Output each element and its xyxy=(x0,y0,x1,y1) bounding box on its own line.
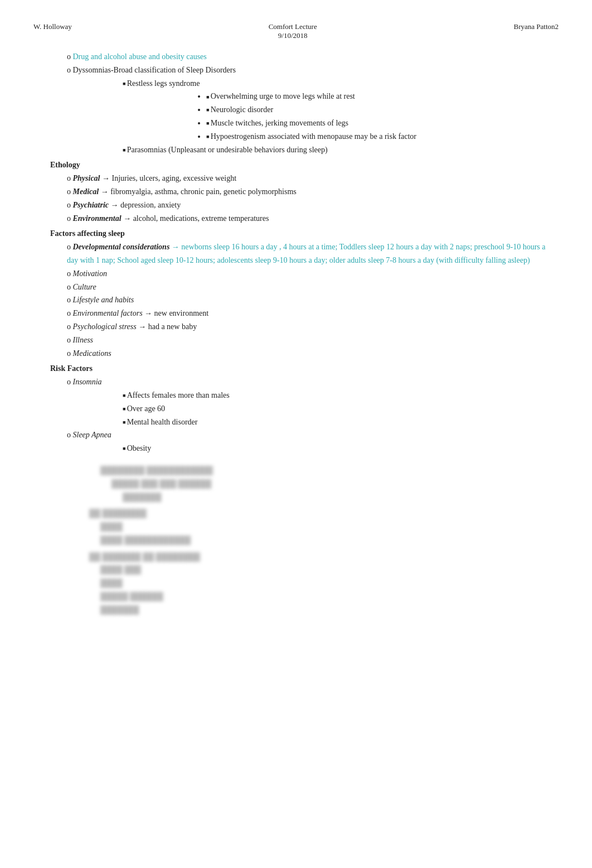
eth-arrow4-icon: → xyxy=(123,214,131,223)
inner-square-list: Restless legs syndrome Overwhelming urge… xyxy=(123,77,559,157)
apnea-bullets: Obesity xyxy=(123,442,559,455)
insomnia-mental: Mental health disorder xyxy=(123,416,559,429)
ethology-physical: Physical → Injuries, ulcers, aging, exce… xyxy=(67,172,559,185)
apnea-obesity: Obesity xyxy=(123,442,559,455)
eth-arrow-icon: → xyxy=(102,174,110,182)
factors-culture: Culture xyxy=(67,281,559,294)
main-content: Drug and alcohol abuse and obesity cause… xyxy=(33,50,559,617)
rl-bullets: Overwhelming urge to move legs while at … xyxy=(206,90,559,143)
dyssomnias-list: Dyssomnias-Broad classification of Sleep… xyxy=(67,64,559,157)
eth-arrow3-icon: → xyxy=(111,201,119,209)
ethology-medical: Medical → fibromyalgia, asthma, chronic … xyxy=(67,185,559,199)
risk-header: Risk Factors xyxy=(50,362,559,375)
risk-insomnia: Insomnia Affects females more than males… xyxy=(67,375,559,428)
dyssomnias-label: Dyssomnias-Broad classification of Sleep… xyxy=(73,66,236,74)
header-left: W. Holloway xyxy=(33,22,72,40)
factors-psych: Psychological stress → had a new baby xyxy=(67,320,559,334)
blurred-group-3: ██ ███████ ██ ████████ ████ ███ ████ ███… xyxy=(78,551,559,617)
rl-bullet-4: Hypoestrogenism associated with menopaus… xyxy=(206,130,559,143)
header-right: Bryana Patton2 xyxy=(513,22,559,40)
ethology-environmental: Environmental → alcohol, medications, ex… xyxy=(67,212,559,225)
factors-meds: Medications xyxy=(67,347,559,360)
ethology-list: Physical → Injuries, ulcers, aging, exce… xyxy=(67,172,559,225)
blurred-line-8: ████ ███ xyxy=(100,563,559,577)
top-list: Drug and alcohol abuse and obesity cause… xyxy=(67,50,559,64)
blurred-line-3: ███████ xyxy=(123,491,559,504)
blurred-group-2: ██ ████████ ████ ████ ████████████ xyxy=(78,507,559,547)
rl-bullet-3: Muscle twitches, jerking movements of le… xyxy=(206,117,559,130)
factors-illness: Illness xyxy=(67,334,559,347)
blurred-line-6: ████ ████████████ xyxy=(100,534,559,547)
header-center: Comfort Lecture 9/10/2018 xyxy=(269,22,317,40)
factors-lifestyle: Lifestyle and habits xyxy=(67,293,559,307)
restless-legs-item: Restless legs syndrome Overwhelming urge… xyxy=(123,77,559,143)
factors-header: Factors affecting sleep xyxy=(50,227,559,240)
blurred-section: ████████ ████████████ █████ ███ ███ ████… xyxy=(78,464,559,617)
page-header: W. Holloway Comfort Lecture 9/10/2018 Br… xyxy=(33,22,559,40)
ethology-header: Ethology xyxy=(50,158,559,172)
dyssomnias-item: Dyssomnias-Broad classification of Sleep… xyxy=(67,64,559,157)
insomnia-age: Over age 60 xyxy=(123,402,559,416)
header-date: 9/10/2018 xyxy=(269,31,317,40)
insomnia-females: Affects females more than males xyxy=(123,389,559,402)
rl-bullet-1: Overwhelming urge to move legs while at … xyxy=(206,90,559,103)
rl-bullet-2: Neurologic disorder xyxy=(206,103,559,117)
blurred-line-7: ██ ███████ ██ ████████ xyxy=(89,551,559,564)
eth-arrow2-icon: → xyxy=(101,187,109,196)
blurred-line-5: ████ xyxy=(100,520,559,534)
header-title: Comfort Lecture xyxy=(269,22,317,31)
risk-sleep-apnea: Sleep Apnea Obesity xyxy=(67,428,559,455)
drug-alcohol-text: Drug and alcohol abuse and obesity cause… xyxy=(73,52,207,61)
blurred-line-1: ████████ ████████████ xyxy=(100,464,559,478)
factors-motivation: Motivation xyxy=(67,267,559,281)
ethology-psychiatric: Psychiatric → depression, anxiety xyxy=(67,199,559,212)
risk-list: Insomnia Affects females more than males… xyxy=(67,375,559,455)
factors-developmental: Developmental considerations → newborns … xyxy=(67,240,559,267)
insomnia-bullets: Affects females more than males Over age… xyxy=(123,389,559,428)
factors-env: Environmental factors → new environment xyxy=(67,307,559,320)
blurred-line-4: ██ ████████ xyxy=(89,507,559,520)
factors-list: Developmental considerations → newborns … xyxy=(67,240,559,360)
parasomnias-item: Parasomnias (Unpleasant or undesirable b… xyxy=(123,143,559,157)
blurred-line-9: ████ xyxy=(100,577,559,590)
blurred-line-2: █████ ███ ███ ██████ xyxy=(111,478,559,491)
top-item-drug: Drug and alcohol abuse and obesity cause… xyxy=(67,50,559,64)
blurred-line-11: ███████ xyxy=(100,604,559,617)
blurred-line-10: █████ ██████ xyxy=(100,590,559,604)
